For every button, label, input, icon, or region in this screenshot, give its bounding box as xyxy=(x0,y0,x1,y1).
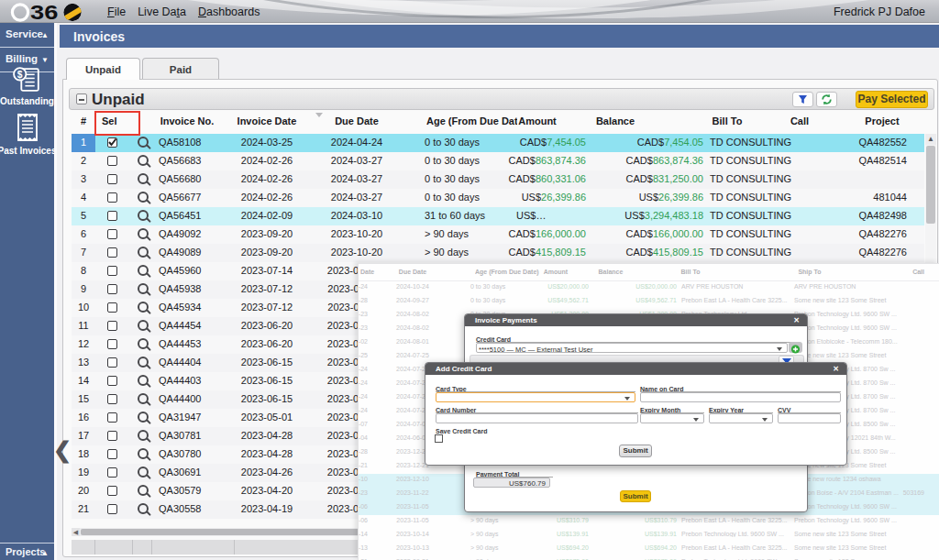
svg-text:$: $ xyxy=(17,70,23,80)
svg-text:36: 36 xyxy=(30,1,58,23)
